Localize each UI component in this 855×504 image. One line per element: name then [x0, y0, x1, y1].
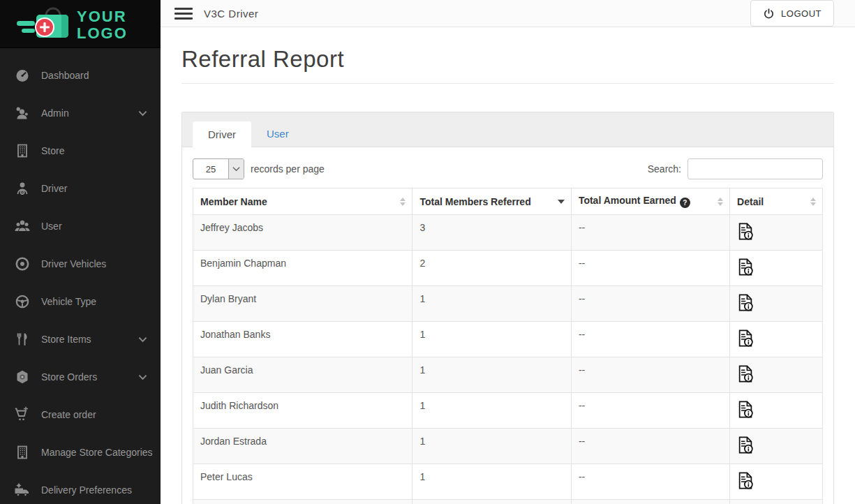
sidebar-item-label: Create order — [41, 409, 149, 420]
cell-detail — [730, 215, 823, 251]
tab-driver[interactable]: Driver — [193, 121, 251, 147]
cell-member-name: Peter Lucas — [193, 464, 412, 500]
svg-text:LOGO: LOGO — [77, 24, 128, 42]
column-header-detail[interactable]: Detail — [730, 188, 823, 215]
table-controls: 25 records per page Search: — [193, 158, 823, 179]
sidebar-item-admin[interactable]: Admin — [0, 94, 161, 132]
records-per-page-select[interactable]: 25 — [193, 158, 244, 179]
cell-detail — [730, 500, 823, 504]
detail-icon[interactable] — [737, 222, 754, 241]
table-row: Jeffrey Jacobs3-- — [193, 215, 823, 251]
sidebar-item-store-items[interactable]: Store Items — [0, 320, 161, 358]
cell-total-members-referred: 1 — [412, 393, 571, 429]
sort-icon — [810, 198, 816, 206]
column-header-label: Total Amount Earned — [579, 195, 676, 206]
table-row: Benjamin Chapman2-- — [193, 251, 823, 286]
power-icon — [763, 8, 775, 20]
table-row: Dylan Bryant1-- — [193, 286, 823, 322]
sidebar-item-user[interactable]: User — [0, 207, 161, 245]
dashboard-icon — [13, 66, 32, 84]
detail-icon[interactable] — [737, 293, 754, 312]
cell-total-amount-earned: -- — [571, 393, 729, 429]
cell-total-amount-earned: -- — [571, 251, 729, 286]
sidebar-item-store-orders[interactable]: Store Orders — [0, 358, 161, 396]
app-window: YOUR LOGO DashboardAdminStoreDriverUserD… — [0, 0, 855, 504]
chevron-down-icon — [138, 334, 149, 345]
sidebar-item-dashboard[interactable]: Dashboard — [0, 57, 161, 94]
sidebar-item-label: Vehicle Type — [41, 296, 149, 307]
report-card: DriverUser 25 records per page Search: — [181, 112, 834, 504]
store-items-icon — [13, 330, 32, 348]
menu-toggle-icon[interactable] — [174, 8, 193, 20]
detail-icon[interactable] — [737, 329, 754, 348]
sidebar-item-label: Driver Vehicles — [41, 258, 149, 269]
chevron-down-icon — [138, 108, 149, 119]
sidebar-item-label: Store Items — [41, 334, 138, 345]
manage-categories-icon — [13, 443, 32, 461]
logo[interactable]: YOUR LOGO — [0, 0, 161, 48]
sidebar-item-driver[interactable]: Driver — [0, 170, 161, 207]
sidebar-item-label: Manage Store Categories — [41, 447, 153, 458]
chevron-down-icon — [138, 371, 149, 383]
cell-member-name: Dylan Bryant — [193, 286, 412, 322]
tabstrip: DriverUser — [182, 112, 833, 147]
cell-total-amount-earned: -- — [571, 322, 729, 357]
help-icon[interactable]: ? — [680, 198, 690, 208]
table-header-row: Member NameTotal Members ReferredTotal A… — [193, 188, 823, 215]
brand-text: V3C Driver — [204, 8, 258, 20]
cell-total-amount-earned: -- — [571, 429, 729, 464]
table-row: Juan Garcia1-- — [193, 357, 823, 393]
select-chevron-down-icon — [228, 159, 244, 179]
cell-member-name: Juan Garcia — [193, 357, 412, 393]
sidebar-item-vehicle-type[interactable]: Vehicle Type — [0, 283, 161, 320]
sidebar-item-manage-store-categories[interactable]: Manage Store Categories — [0, 433, 161, 471]
table-row: Jonathan Banks1-- — [193, 322, 823, 357]
svg-text:YOUR: YOUR — [77, 8, 127, 25]
driver-vehicles-icon — [13, 255, 32, 273]
table-row: Peter Lucas1-- — [193, 464, 823, 500]
sort-desc-icon — [558, 200, 565, 204]
vehicle-type-icon — [13, 292, 32, 311]
cell-total-amount-earned: -- — [571, 215, 729, 251]
column-header-label: Total Members Referred — [419, 196, 530, 207]
column-header-total-amount-earned[interactable]: Total Amount Earned? — [571, 188, 729, 215]
sidebar-item-delivery-preferences[interactable]: Delivery Preferences — [0, 471, 161, 504]
cell-member-name: Sandra Brown — [193, 500, 412, 504]
detail-icon[interactable] — [737, 400, 754, 419]
cell-detail — [730, 322, 823, 357]
sidebar-item-label: Delivery Preferences — [41, 484, 149, 496]
sidebar-item-driver-vehicles[interactable]: Driver Vehicles — [0, 245, 161, 283]
sidebar-item-create-order[interactable]: Create order — [0, 396, 161, 433]
card-body: 25 records per page Search: — [182, 147, 833, 504]
cell-total-members-referred: 1 — [412, 286, 571, 322]
cell-detail — [730, 429, 823, 464]
user-icon — [13, 217, 32, 235]
logout-button[interactable]: LOGOUT — [750, 0, 834, 27]
title-divider — [181, 83, 834, 84]
search-label: Search: — [648, 163, 681, 175]
cell-total-members-referred: 2 — [412, 251, 571, 286]
column-header-label: Member Name — [200, 196, 267, 207]
sidebar-menu: DashboardAdminStoreDriverUserDriver Vehi… — [0, 48, 161, 504]
search-input[interactable] — [687, 158, 823, 179]
detail-icon[interactable] — [737, 436, 754, 454]
table-body: Jeffrey Jacobs3--Benjamin Chapman2--Dyla… — [193, 215, 823, 504]
topbar: V3C Driver LOGOUT — [161, 0, 855, 27]
tab-user[interactable]: User — [251, 121, 304, 147]
brand-logo-graphic: YOUR LOGO — [15, 6, 145, 42]
cell-member-name: Benjamin Chapman — [193, 251, 412, 286]
logout-label: LOGOUT — [781, 8, 821, 19]
sidebar-item-store[interactable]: Store — [0, 132, 161, 170]
cell-detail — [730, 393, 823, 429]
detail-icon[interactable] — [737, 258, 754, 276]
cell-total-members-referred: 1 — [412, 357, 571, 393]
detail-icon[interactable] — [737, 364, 754, 383]
column-header-total-members-referred[interactable]: Total Members Referred — [412, 188, 571, 215]
cell-total-amount-earned: -- — [571, 357, 729, 393]
table-row: Jordan Estrada1-- — [193, 429, 823, 464]
column-header-member-name[interactable]: Member Name — [193, 188, 412, 215]
records-per-page-label: records per page — [251, 163, 325, 175]
cell-total-members-referred: 1 — [412, 429, 571, 464]
detail-icon[interactable] — [737, 471, 754, 490]
sidebar-item-label: User — [41, 221, 149, 232]
